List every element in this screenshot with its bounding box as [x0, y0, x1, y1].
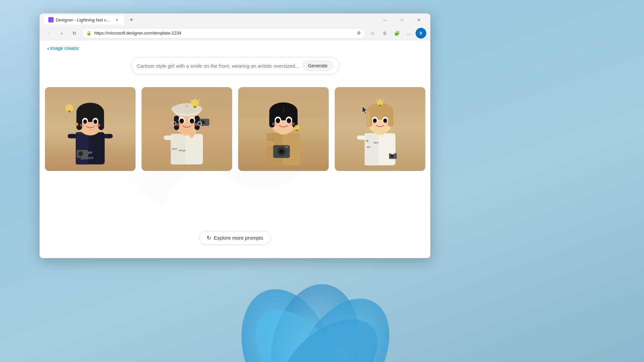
collections-icon: ⎗: [383, 31, 386, 36]
extensions-icon: 🧩: [394, 31, 400, 36]
svg-point-55: [175, 123, 181, 126]
svg-point-85: [276, 119, 278, 121]
svg-rect-17: [76, 112, 82, 130]
svg-point-46: [185, 104, 189, 108]
svg-point-54: [191, 119, 193, 121]
image-grid: JENNIFER JENIIFER: [45, 87, 425, 171]
svg-point-23: [84, 120, 86, 122]
maximize-button[interactable]: □: [394, 14, 410, 25]
svg-rect-58: [194, 106, 196, 108]
search-box: Generate: [131, 57, 339, 74]
image-card[interactable]: JU DZ ER: [238, 87, 329, 171]
svg-point-111: [373, 119, 375, 121]
window-controls: — □ ✕: [377, 14, 426, 25]
star-icon: ☆: [371, 31, 375, 36]
image-card[interactable]: JENI FFER: [142, 87, 232, 171]
explore-label: Explore more prompts: [214, 235, 263, 241]
address-bar[interactable]: 🔒 ⚙: [82, 28, 365, 39]
svg-point-11: [79, 152, 82, 156]
svg-rect-116: [379, 105, 381, 106]
tab-close-button[interactable]: ✕: [114, 17, 119, 22]
page-info-icon[interactable]: ⚙: [357, 31, 361, 36]
svg-rect-73: [260, 141, 274, 145]
svg-text:JE: JE: [366, 140, 369, 142]
svg-text:ZIER: ZIER: [373, 141, 378, 144]
refresh-icon: ↻: [72, 31, 76, 36]
svg-point-114: [385, 122, 390, 125]
svg-line-60: [199, 99, 200, 101]
svg-point-24: [94, 120, 96, 122]
svg-point-89: [294, 125, 299, 130]
tab-favicon: [48, 17, 54, 22]
explore-more-button[interactable]: ↻ Explore more prompts: [199, 231, 271, 245]
active-tab[interactable]: Designer - Lightning fast creation ✕: [44, 15, 124, 24]
extensions-button[interactable]: 🧩: [391, 28, 402, 39]
svg-point-98: [391, 155, 393, 157]
svg-rect-18: [98, 112, 104, 130]
svg-rect-90: [296, 129, 298, 131]
svg-point-56: [192, 123, 198, 126]
svg-rect-13: [104, 134, 113, 138]
forward-button[interactable]: ›: [56, 28, 67, 39]
svg-rect-48: [195, 116, 200, 130]
svg-rect-72: [285, 146, 288, 148]
browser-window: Designer - Lightning fast creation ✕ + —…: [40, 13, 430, 258]
back-navigation[interactable]: ‹ ‹ Image creator: [48, 46, 79, 51]
generate-button[interactable]: Generate: [302, 61, 333, 71]
svg-point-53: [180, 119, 182, 121]
image-creator-link[interactable]: ‹ Image creator: [47, 46, 79, 51]
svg-rect-74: [292, 141, 305, 145]
cartoon-figure-1: JENNIFER JENIIFER: [45, 87, 136, 171]
svg-rect-41: [164, 135, 173, 140]
url-input[interactable]: [94, 31, 354, 36]
title-bar: Designer - Lightning fast creation ✕ + —…: [40, 13, 430, 26]
explore-refresh-icon: ↻: [207, 235, 211, 241]
svg-point-25: [80, 124, 85, 127]
svg-line-119: [376, 99, 377, 101]
search-area: Generate: [131, 57, 339, 74]
navigation-bar: ‹ › ↻ 🔒 ⚙ ☆ ⎗ 🧩 … b: [40, 26, 430, 40]
ellipsis-icon: …: [407, 31, 411, 36]
image-card[interactable]: JE ZIER JEV: [335, 87, 425, 171]
svg-line-61: [190, 99, 191, 101]
favorites-button[interactable]: ☆: [367, 28, 378, 39]
svg-point-87: [272, 122, 277, 126]
collections-button[interactable]: ⎗: [379, 28, 390, 39]
svg-line-118: [383, 99, 384, 101]
svg-line-32: [64, 104, 65, 106]
svg-point-27: [75, 123, 78, 126]
minimize-button[interactable]: —: [377, 14, 393, 25]
bing-button[interactable]: b: [416, 28, 426, 39]
back-icon: ‹: [48, 31, 50, 36]
svg-point-40: [202, 121, 204, 124]
svg-rect-12: [67, 134, 76, 138]
cartoon-figure-3: JU DZ ER: [238, 87, 329, 171]
tab-title: Designer - Lightning fast creation: [56, 17, 112, 22]
prompt-input[interactable]: [137, 63, 303, 69]
svg-point-112: [384, 119, 386, 121]
svg-text:JENI: JENI: [171, 147, 177, 150]
page-content: ‹ ‹ Image creator Generate: [40, 40, 430, 258]
more-button[interactable]: …: [404, 28, 414, 39]
image-card[interactable]: JENNIFER JENIIFER: [45, 87, 136, 171]
svg-text:FFER: FFER: [179, 149, 185, 152]
refresh-button[interactable]: ↻: [69, 28, 80, 39]
new-tab-button[interactable]: +: [127, 15, 136, 24]
bing-logo: b: [420, 31, 422, 36]
forward-icon: ›: [61, 31, 63, 36]
back-button[interactable]: ‹: [44, 28, 54, 39]
close-button[interactable]: ✕: [411, 14, 426, 25]
svg-text:JEV: JEV: [366, 146, 371, 148]
svg-rect-106: [367, 111, 370, 126]
svg-rect-47: [174, 116, 179, 130]
svg-rect-99: [357, 135, 366, 139]
cartoon-figure-4: JE ZIER JEV: [335, 87, 425, 171]
svg-rect-92: [365, 133, 379, 165]
cartoon-figure-2: JENI FFER: [142, 87, 232, 171]
svg-rect-29: [68, 110, 70, 112]
svg-point-86: [287, 119, 289, 121]
svg-point-113: [369, 122, 374, 125]
svg-point-88: [289, 122, 295, 126]
svg-line-31: [73, 104, 74, 106]
lock-icon: 🔒: [86, 31, 92, 36]
